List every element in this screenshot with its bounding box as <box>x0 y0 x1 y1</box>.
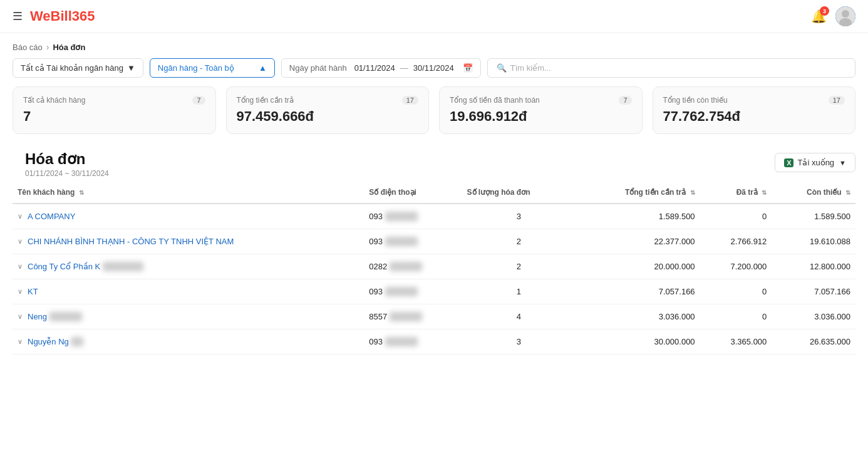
chevron-down-icon: ▼ <box>127 63 135 73</box>
breadcrumb: Báo cáo › Hóa đơn <box>0 33 868 58</box>
date-to: 30/11/2024 <box>413 63 454 73</box>
breadcrumb-current: Hóa đơn <box>53 43 85 52</box>
chevron-down-icon: ▼ <box>839 159 846 167</box>
cell-paid: 3.365.000 <box>700 329 772 354</box>
cell-owed: 3.036.000 <box>772 304 855 329</box>
bank-type-select[interactable]: Ngân hàng - Toàn bộ ▲ <box>150 58 275 78</box>
stat-card-paid: Tổng số tiền đã thanh toán 7 19.696.912đ <box>439 86 643 134</box>
stat-label-paid: Tổng số tiền đã thanh toán <box>450 96 540 105</box>
cell-count: 2 <box>462 229 576 254</box>
customer-name[interactable]: Nguyễn Ng xxx <box>28 337 83 346</box>
cell-paid: 0 <box>700 279 772 304</box>
notification-badge: 3 <box>820 6 829 16</box>
expand-icon[interactable]: ∨ <box>18 212 23 220</box>
stat-label-owed: Tổng tiền còn thiếu <box>663 96 728 105</box>
cell-name: ∨Neng xxxxxxxx <box>13 304 364 329</box>
expand-icon[interactable]: ∨ <box>18 262 23 271</box>
bank-account-select[interactable]: Tất cả Tài khoản ngân hàng ▼ <box>13 58 143 78</box>
download-label: Tải xuống <box>797 158 834 167</box>
sort-icon-total: ⇅ <box>690 189 695 196</box>
customer-name[interactable]: Neng xxxxxxxx <box>28 312 82 321</box>
cell-owed: 19.610.088 <box>772 229 855 254</box>
user-avatar[interactable] <box>835 6 855 26</box>
stat-count-paid: 7 <box>619 96 631 105</box>
stat-value-total-due: 97.459.666đ <box>237 108 419 125</box>
filters-bar: Tất cả Tài khoản ngân hàng ▼ Ngân hàng -… <box>0 58 868 86</box>
cell-phone: 8557 xxxxxxxx <box>364 304 462 329</box>
stat-card-owed: Tổng tiền còn thiếu 17 77.762.754đ <box>653 86 856 134</box>
cell-paid: 2.766.912 <box>700 229 772 254</box>
cell-owed: 26.635.000 <box>772 329 855 354</box>
cell-paid: 0 <box>700 204 772 229</box>
sort-icon-owed: ⇅ <box>845 189 850 196</box>
cell-count: 4 <box>462 304 576 329</box>
stat-count-owed: 17 <box>829 96 845 105</box>
cell-owed: 7.057.166 <box>772 279 855 304</box>
col-header-owed[interactable]: Còn thiếu ⇅ <box>772 182 855 204</box>
cell-name: ∨A COMPANY <box>13 204 364 229</box>
col-header-total[interactable]: Tổng tiền cần trả ⇅ <box>576 182 700 204</box>
expand-icon[interactable]: ∨ <box>18 287 23 296</box>
logo-num: 365 <box>72 8 95 24</box>
col-header-phone: Số điện thoại <box>364 182 462 204</box>
table-row: ∨CHI NHÁNH BÌNH THẠNH - CÔNG TY TNHH VIỆ… <box>13 229 855 254</box>
notification-bell[interactable]: 🔔 3 <box>811 9 827 24</box>
table-row: ∨Neng xxxxxxxx8557 xxxxxxxx43.036.00003.… <box>13 304 855 329</box>
header: ☰ WeBill365 🔔 3 <box>0 0 868 33</box>
section-title: Hóa đơn <box>25 150 109 168</box>
table-row: ∨Công Ty Cổ Phần K xxxxxxxxxx0282 xxxxxx… <box>13 254 855 279</box>
chevron-up-icon: ▲ <box>259 63 267 73</box>
cell-total: 7.057.166 <box>576 279 700 304</box>
stat-value-customers: 7 <box>23 108 205 125</box>
customer-name[interactable]: KT <box>28 287 38 296</box>
cell-total: 1.589.500 <box>576 204 700 229</box>
cell-phone: 0282 xxxxxxxx <box>364 254 462 279</box>
cell-owed: 12.800.000 <box>772 254 855 279</box>
cell-count: 3 <box>462 329 576 354</box>
cell-owed: 1.589.500 <box>772 204 855 229</box>
cell-name: ∨Nguyễn Ng xxx <box>13 329 364 354</box>
sort-icon-name: ⇅ <box>79 189 84 196</box>
customer-name[interactable]: Công Ty Cổ Phần K xxxxxxxxxx <box>28 262 143 271</box>
logo: WeBill365 <box>30 8 95 24</box>
col-header-paid[interactable]: Đã trả ⇅ <box>700 182 772 204</box>
invoice-table: Tên khách hàng ⇅ Số điện thoại Số lượng … <box>0 182 868 354</box>
breadcrumb-parent[interactable]: Báo cáo <box>13 43 43 52</box>
header-left: ☰ WeBill365 <box>13 8 95 24</box>
menu-icon[interactable]: ☰ <box>13 9 23 23</box>
breadcrumb-separator: › <box>46 42 49 52</box>
stat-count-total-due: 17 <box>402 96 418 105</box>
cell-phone: 093 xxxxxxxx <box>364 329 462 354</box>
excel-icon: X <box>784 158 793 167</box>
cell-phone: 093 xxxxxxxx <box>364 229 462 254</box>
calendar-icon[interactable]: 📅 <box>463 63 473 73</box>
cell-count: 1 <box>462 279 576 304</box>
customer-name[interactable]: A COMPANY <box>28 212 75 221</box>
cell-total: 20.000.000 <box>576 254 700 279</box>
date-label: Ngày phát hành <box>289 63 347 73</box>
download-button[interactable]: X Tải xuống ▼ <box>775 153 855 172</box>
col-header-count: Số lượng hóa đơn <box>462 182 576 204</box>
table-row: ∨KT 093 xxxxxxxx17.057.16607.057.166 <box>13 279 855 304</box>
col-header-name[interactable]: Tên khách hàng ⇅ <box>13 182 364 204</box>
search-box[interactable]: 🔍 Tìm kiếm... <box>487 58 855 78</box>
cell-phone: 093 xxxxxxxx <box>364 279 462 304</box>
search-icon: 🔍 <box>497 63 507 73</box>
stat-count-customers: 7 <box>192 96 205 105</box>
customer-name[interactable]: CHI NHÁNH BÌNH THẠNH - CÔNG TY TNHH VIỆT… <box>28 237 234 246</box>
cell-paid: 7.200.000 <box>700 254 772 279</box>
section-date: 01/11/2024 ~ 30/11/2024 <box>25 169 109 178</box>
stats-cards: Tất cả khách hàng 7 7 Tổng tiền cần trả … <box>0 86 868 145</box>
cell-phone: 093 xxxxxxxx <box>364 204 462 229</box>
table-row: ∨Nguyễn Ng xxx093 xxxxxxxx330.000.0003.3… <box>13 329 855 354</box>
table-row: ∨A COMPANY093 xxxxxxxx31.589.50001.589.5… <box>13 204 855 229</box>
cell-name: ∨KT <box>13 279 364 304</box>
search-placeholder: Tìm kiếm... <box>510 63 551 73</box>
cell-name: ∨CHI NHÁNH BÌNH THẠNH - CÔNG TY TNHH VIỆ… <box>13 229 364 254</box>
bank-account-label: Tất cả Tài khoản ngân hàng <box>21 63 123 73</box>
cell-paid: 0 <box>700 304 772 329</box>
expand-icon[interactable]: ∨ <box>18 237 23 246</box>
expand-icon[interactable]: ∨ <box>18 313 23 321</box>
section-title-area: Hóa đơn 01/11/2024 ~ 30/11/2024 <box>13 148 121 182</box>
expand-icon[interactable]: ∨ <box>18 338 23 346</box>
